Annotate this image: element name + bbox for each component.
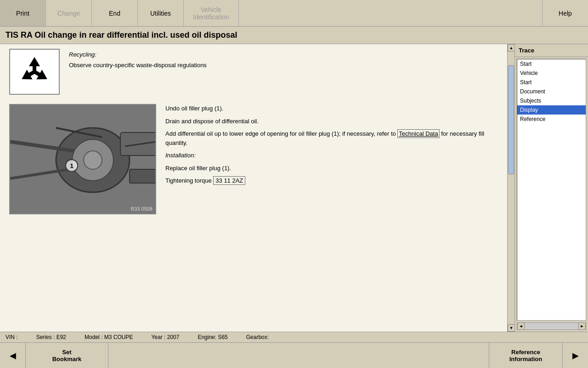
help-button[interactable]: Help [542,0,588,26]
bottom-spacer [108,343,489,368]
step-4: Replace oil filler plug (1). [165,164,498,173]
differential-svg [10,105,155,213]
recycle-icon-box [9,49,60,95]
installation-label: Installation: [165,151,498,160]
scroll-thumb[interactable] [508,65,514,174]
torque-reference[interactable]: 33 11 2AZ [213,176,245,185]
toolbar: Print Change End Utilities Vehicle Ident… [0,0,588,27]
trace-item-display[interactable]: Display [517,105,586,115]
year-field: Year : 2007 [151,334,179,340]
status-bar: VIN : Series : E92 Model : M3 COUPE Year… [0,332,588,342]
content-panel: Recycling: Observe country-specific wast… [0,44,507,332]
trace-item-start[interactable]: Start [517,78,586,87]
content-scrollbar[interactable]: ▲ ▼ [507,44,514,332]
differential-image-label: R33 0508 [130,206,153,212]
prev-button[interactable]: ◀ [0,343,26,368]
tightening-torque: Tightening torque 33 11 2AZ [165,176,498,185]
step-3: Add differential oil up to lower edge of… [165,129,498,147]
utilities-button[interactable]: Utilities [138,0,184,26]
main-area: Recycling: Observe country-specific wast… [0,44,588,332]
step-1: Undo oil filler plug (1). [165,104,498,113]
tightening-before: Tightening torque [165,177,213,184]
page-title: TIS RA Oil change in rear differential i… [0,27,588,44]
scroll-right-button[interactable]: ► [578,322,586,330]
technical-data-link[interactable]: Technical Data [397,129,439,138]
vin-field: VIN : [6,334,18,340]
set-bookmark-button[interactable]: Set Bookmark [26,343,108,368]
reference-information-button[interactable]: Reference Information [489,343,562,368]
trace-item-reference[interactable]: Reference [517,115,586,124]
recycle-icon [16,53,53,90]
differential-section: 1 R33 0508 Undo oil filler plug (1). Dra… [9,104,498,214]
engine-field: Engine: S65 [198,334,227,340]
trace-scrollbar-h[interactable]: ◄ ► [517,322,586,330]
svg-rect-7 [130,169,155,183]
vehicle-identification-button[interactable]: Vehicle Identification [184,0,239,26]
recycling-section: Recycling: Observe country-specific wast… [9,49,498,95]
svg-point-3 [84,151,102,169]
title-text: RA Oil change in rear differential incl.… [21,30,237,40]
trace-item-document[interactable]: Document [517,87,586,96]
gearbox-field: Gearbox: [246,334,269,340]
trace-panel: Trace StartVehicleStartDocumentSubjectsD… [514,44,588,332]
scroll-left-button[interactable]: ◄ [517,322,525,330]
trace-list: StartVehicleStartDocumentSubjectsDisplay… [517,59,586,321]
step-3-before: Add differential oil up to lower edge of… [165,130,397,137]
scroll-up-button[interactable]: ▲ [508,44,514,52]
trace-item-start[interactable]: Start [517,59,586,69]
print-button[interactable]: Print [0,0,46,26]
scroll-track [508,52,514,324]
differential-image: 1 R33 0508 [9,104,156,214]
trace-item-vehicle[interactable]: Vehicle [517,69,586,78]
model-field: Model : M3 COUPE [85,334,133,340]
toolbar-spacer [239,0,542,26]
differential-image-inner: 1 R33 0508 [10,105,155,213]
change-button[interactable]: Change [46,0,92,26]
recycling-label: Recycling: [69,51,207,58]
differential-instructions: Undo oil filler plug (1). Drain and disp… [165,104,498,189]
recycling-description: Observe country-specific waste-disposal … [69,62,207,69]
scroll-down-button[interactable]: ▼ [508,324,514,332]
content-area: Recycling: Observe country-specific wast… [0,44,514,332]
trace-header: Trace [515,44,588,57]
end-button[interactable]: End [92,0,138,26]
next-button[interactable]: ▶ [562,343,588,368]
trace-item-subjects[interactable]: Subjects [517,96,586,105]
series-field: Series : E92 [36,334,66,340]
differential-number-badge: 1 [65,159,78,172]
bottom-toolbar: ◀ Set Bookmark Reference Information ▶ [0,342,588,368]
recycling-text: Recycling: Observe country-specific wast… [69,49,207,69]
title-prefix: TIS [6,30,18,40]
step-2: Drain and dispose of differential oil. [165,117,498,126]
